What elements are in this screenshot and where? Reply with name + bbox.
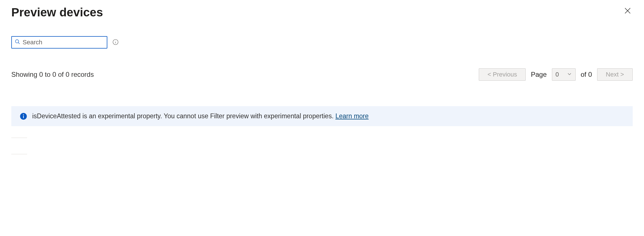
of-total-label: of 0 bbox=[581, 71, 592, 78]
close-icon bbox=[624, 8, 632, 16]
search-input[interactable] bbox=[23, 39, 104, 46]
svg-line-3 bbox=[18, 43, 20, 44]
next-button[interactable]: Next > bbox=[597, 68, 633, 81]
search-info-button[interactable] bbox=[112, 38, 119, 47]
page-value: 0 bbox=[556, 71, 559, 78]
search-icon bbox=[15, 39, 20, 46]
previous-button[interactable]: < Previous bbox=[479, 68, 526, 81]
pager: < Previous Page 0 of 0 Next > bbox=[479, 68, 633, 81]
info-banner: isDeviceAttested is an experimental prop… bbox=[11, 106, 633, 126]
banner-message: isDeviceAttested is an experimental prop… bbox=[32, 112, 335, 120]
svg-point-9 bbox=[23, 114, 24, 115]
banner-text: isDeviceAttested is an experimental prop… bbox=[32, 112, 369, 120]
page-select[interactable]: 0 bbox=[552, 68, 576, 81]
page-title: Preview devices bbox=[11, 6, 103, 19]
info-filled-icon bbox=[20, 113, 27, 120]
svg-point-6 bbox=[115, 41, 116, 41]
chevron-down-icon bbox=[567, 71, 572, 78]
search-box[interactable] bbox=[11, 36, 107, 49]
learn-more-link[interactable]: Learn more bbox=[335, 112, 369, 120]
page-label: Page bbox=[531, 71, 547, 78]
close-button[interactable] bbox=[623, 6, 633, 17]
svg-point-2 bbox=[16, 40, 19, 43]
records-summary: Showing 0 to 0 of 0 records bbox=[11, 71, 94, 78]
divider bbox=[11, 154, 27, 154]
info-icon bbox=[112, 42, 119, 46]
divider bbox=[11, 137, 27, 138]
svg-rect-8 bbox=[23, 115, 24, 118]
